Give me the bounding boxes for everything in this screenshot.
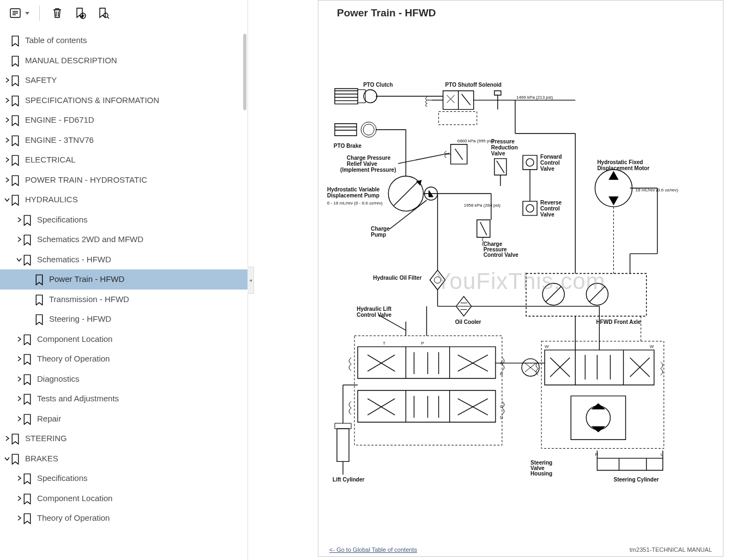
svg-text:T: T bbox=[383, 341, 385, 346]
tree-item-label: ELECTRICAL bbox=[25, 154, 76, 166]
hydraulic-schematic: PTO Clutch PTO Brake PTO Shutoff Solenoi… bbox=[324, 22, 717, 540]
expander-icon[interactable] bbox=[3, 196, 11, 203]
tree-item[interactable]: Specifications bbox=[0, 210, 248, 230]
svg-point-41 bbox=[526, 159, 534, 166]
expander-icon[interactable] bbox=[15, 335, 23, 343]
tree-item-label: Theory of Operation bbox=[37, 512, 110, 525]
tree-item[interactable]: MANUAL DESCRIPTION bbox=[0, 51, 248, 71]
bookmark-search-icon bbox=[97, 7, 109, 20]
svg-text:P: P bbox=[421, 341, 424, 346]
bookmark-icon bbox=[23, 473, 32, 483]
expander-icon[interactable] bbox=[3, 176, 11, 184]
expander-icon[interactable] bbox=[3, 97, 11, 104]
tree-item-label: Specifications bbox=[37, 214, 88, 226]
expander-icon[interactable] bbox=[15, 415, 23, 423]
tree-item[interactable]: Schematics - HFWD bbox=[0, 250, 248, 270]
tree-item[interactable]: Steering - HFWD bbox=[0, 309, 248, 329]
expander-icon[interactable] bbox=[3, 116, 11, 124]
bookmark-icon bbox=[11, 35, 20, 45]
svg-rect-136 bbox=[597, 458, 662, 470]
expander-icon[interactable] bbox=[15, 375, 23, 383]
bookmark-icon bbox=[23, 255, 32, 264]
delete-bookmark-button[interactable] bbox=[50, 5, 65, 21]
svg-text:Hydrostatic VariableDisplaceme: Hydrostatic VariableDisplacement Pump bbox=[327, 186, 380, 198]
bookmark-icon bbox=[23, 374, 32, 384]
tree-item[interactable]: Transmission - HFWD bbox=[0, 290, 248, 310]
add-bookmark-button[interactable] bbox=[73, 5, 88, 21]
tree-item[interactable]: Schematics 2WD and MFWD bbox=[0, 230, 248, 250]
bookmark-icon bbox=[11, 454, 20, 463]
tree-item[interactable]: Tests and Adjustments bbox=[0, 389, 248, 409]
svg-point-44 bbox=[526, 204, 534, 212]
svg-text:Charge PressureRelief Valve(Im: Charge PressureRelief Valve(Implement Pr… bbox=[340, 155, 396, 173]
tree-item[interactable]: Component Location bbox=[0, 489, 248, 509]
expander-icon[interactable] bbox=[15, 474, 23, 482]
expander-icon[interactable] bbox=[15, 256, 23, 263]
tree-item[interactable]: BRAKES bbox=[0, 449, 248, 469]
tree-item[interactable]: SAFETY bbox=[0, 70, 248, 91]
expander-icon[interactable] bbox=[15, 514, 23, 522]
svg-text:ChargePressureControl Valve: ChargePressureControl Valve bbox=[484, 241, 518, 258]
expander-icon[interactable] bbox=[15, 216, 23, 224]
tree-item[interactable]: Table of contents bbox=[0, 31, 248, 51]
expander-icon[interactable] bbox=[15, 395, 23, 402]
schematic-svg: PTO Clutch PTO Brake PTO Shutoff Solenoi… bbox=[324, 22, 717, 540]
tree-item[interactable]: SPECIFICATIONS & INFORMATION bbox=[0, 91, 248, 111]
tree-item[interactable]: Theory of Operation bbox=[0, 349, 248, 369]
trash-icon bbox=[51, 7, 63, 20]
tree-item[interactable]: Power Train - HFWD bbox=[0, 269, 248, 290]
sidebar-collapse-handle[interactable]: ◂ bbox=[248, 267, 254, 294]
footer-toc-link[interactable]: <- Go to Global Table of contents bbox=[329, 546, 417, 553]
bookmark-icon bbox=[35, 294, 44, 304]
document-page: Power Train - HFWD PTO Clutch PTO Brake … bbox=[318, 0, 723, 557]
find-bookmark-button[interactable] bbox=[95, 5, 111, 21]
tree-item[interactable]: ENGINE - FD671D bbox=[0, 110, 248, 130]
sidebar: Table of contentsMANUAL DESCRIPTIONSAFET… bbox=[0, 0, 248, 560]
bookmark-icon bbox=[35, 274, 44, 284]
bookmark-icon bbox=[23, 414, 32, 424]
tree-item[interactable]: POWER TRAIN - HYDROSTATIC bbox=[0, 170, 248, 190]
tree-item[interactable]: ELECTRICAL bbox=[0, 150, 248, 170]
svg-text:1469 kPa (213 psi): 1469 kPa (213 psi) bbox=[516, 95, 553, 100]
svg-text:PTO Brake: PTO Brake bbox=[334, 143, 361, 149]
svg-text:PTO Shutoff Solenoid: PTO Shutoff Solenoid bbox=[445, 82, 502, 88]
tree-item[interactable]: Component Location bbox=[0, 329, 248, 350]
tree-item-label: ENGINE - 3TNV76 bbox=[25, 134, 94, 147]
tree-item[interactable]: STEERING bbox=[0, 429, 248, 449]
bookmark-icon bbox=[11, 433, 20, 443]
svg-rect-43 bbox=[523, 201, 537, 215]
expander-icon[interactable] bbox=[15, 495, 23, 502]
svg-text:C: C bbox=[500, 404, 503, 409]
bookmark-tree[interactable]: Table of contentsMANUAL DESCRIPTIONSAFET… bbox=[0, 26, 248, 560]
tree-item-label: ENGINE - FD671D bbox=[25, 114, 94, 127]
bookmark-icon bbox=[23, 234, 32, 244]
bookmark-icon bbox=[11, 75, 20, 85]
divider bbox=[39, 5, 40, 21]
expander-icon[interactable] bbox=[15, 236, 23, 243]
tree-item[interactable]: Diagnostics bbox=[0, 369, 248, 389]
svg-rect-40 bbox=[523, 155, 537, 170]
svg-text:ForwardControlValve: ForwardControlValve bbox=[540, 154, 562, 172]
tree-item[interactable]: Theory of Operation bbox=[0, 508, 248, 528]
svg-text:PressureReductionValve: PressureReductionValve bbox=[491, 139, 518, 156]
expander-icon[interactable] bbox=[3, 455, 11, 462]
svg-text:SteeringValveHousing: SteeringValveHousing bbox=[530, 460, 552, 477]
options-button[interactable] bbox=[8, 5, 29, 21]
content-pane: Power Train - HFWD PTO Clutch PTO Brake … bbox=[248, 0, 730, 560]
expander-icon[interactable] bbox=[3, 156, 11, 164]
tree-item[interactable]: Repair bbox=[0, 409, 248, 429]
expander-icon[interactable] bbox=[3, 435, 11, 442]
svg-point-9 bbox=[104, 13, 108, 17]
svg-text:Hydraulic Oil Filter: Hydraulic Oil Filter bbox=[373, 275, 421, 281]
expander-icon[interactable] bbox=[15, 355, 23, 363]
expander-icon[interactable] bbox=[3, 136, 11, 144]
scrollbar-thumb[interactable] bbox=[243, 34, 246, 110]
svg-text:ChargePump: ChargePump bbox=[371, 226, 390, 238]
footer-manual-id: tm2351-TECHNICAL MANUAL bbox=[630, 546, 712, 553]
expander-icon[interactable] bbox=[3, 76, 11, 84]
bookmark-icon bbox=[11, 95, 20, 105]
bookmark-icon bbox=[11, 195, 20, 204]
tree-item[interactable]: Specifications bbox=[0, 468, 248, 489]
tree-item[interactable]: HYDRAULICS bbox=[0, 190, 248, 210]
tree-item[interactable]: ENGINE - 3TNV76 bbox=[0, 130, 248, 150]
